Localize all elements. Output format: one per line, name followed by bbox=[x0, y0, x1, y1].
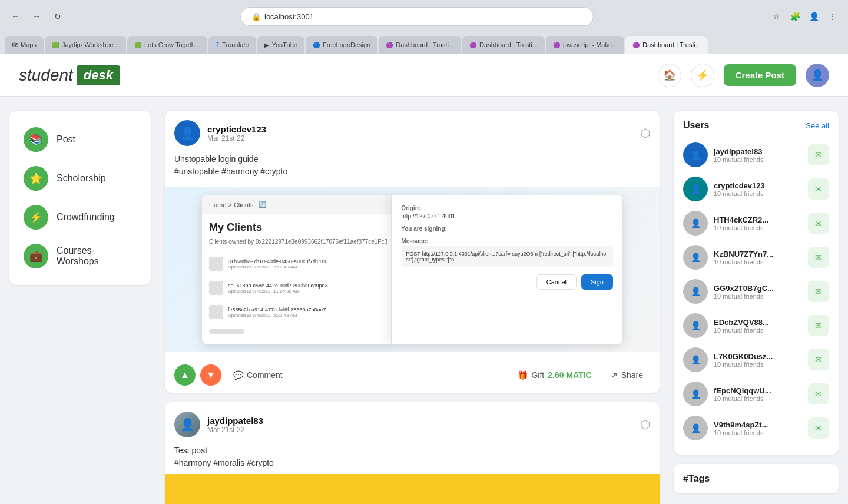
user-row-6: 👤 EDcbZVQV88... 10 mutual friends ✉ bbox=[683, 309, 829, 343]
extensions-icon[interactable]: 🧩 bbox=[787, 8, 803, 25]
downvote-button-1[interactable]: ▼ bbox=[200, 364, 221, 386]
user-mutual-3: 10 mutual friends bbox=[714, 224, 802, 231]
back-button[interactable]: ← bbox=[7, 8, 24, 25]
user-info-4: KzBNU7Z7Yn7... 10 mutual friends bbox=[714, 250, 802, 266]
mockup-breadcrumb: Home > Clients bbox=[209, 201, 254, 208]
profile-icon[interactable]: 👤 bbox=[806, 8, 822, 25]
tab-dashboard2[interactable]: 🟣Dashboard | Trusti... bbox=[462, 36, 545, 54]
menu-icon[interactable]: ⋮ bbox=[824, 8, 841, 25]
post-header-1: 👤 crypticdev123 Mar 21st 22 ⬡ bbox=[165, 111, 660, 146]
message-button-8[interactable]: ✉ bbox=[808, 383, 829, 404]
dialog-sign-button[interactable]: Sign bbox=[581, 274, 613, 290]
message-button-4[interactable]: ✉ bbox=[808, 247, 829, 268]
sidebar-item-label-scholarship: Scholorship bbox=[57, 173, 106, 184]
gift-icon-1: 🎁 bbox=[518, 370, 528, 380]
user-avatar-9: 👤 bbox=[683, 416, 708, 440]
user-profile-button[interactable]: 👤 bbox=[806, 64, 829, 87]
gift-amount-1: 2.60 MATIC bbox=[548, 370, 591, 380]
crowdfunding-icon: ⚡ bbox=[24, 205, 48, 230]
tab-letsgrow[interactable]: 🟩Lets Grow Togeth... bbox=[127, 36, 207, 54]
lightning-icon-button[interactable]: ⚡ bbox=[691, 64, 714, 87]
message-button-9[interactable]: ✉ bbox=[808, 417, 829, 439]
post-card-2: 👤 jaydippatel83 Mar 21st 22 ⬡ Test post … bbox=[165, 402, 660, 504]
post-date-2: Mar 21st 22 bbox=[207, 426, 263, 434]
sidebar-item-post[interactable]: 📚 Post bbox=[19, 120, 141, 159]
create-post-button[interactable]: Create Post bbox=[724, 64, 796, 86]
message-button-6[interactable]: ✉ bbox=[808, 315, 829, 336]
users-card: Users See all 👤 jaydippatel83 10 mutual … bbox=[674, 111, 839, 455]
url-text: localhost:3001 bbox=[264, 12, 314, 21]
user-row-2: 👤 crypticdev123 10 mutual friends ✉ bbox=[683, 172, 829, 206]
user-info-7: L7K0GK0Dusz... 10 mutual friends bbox=[714, 352, 802, 368]
dialog-origin-value: http://127.0.0.1:4001 bbox=[401, 213, 613, 220]
user-mutual-8: 10 mutual friends bbox=[714, 395, 802, 402]
sidebar-card: 📚 Post ⭐ Scholorship ⚡ Crowdfunding 💼 Co… bbox=[9, 111, 151, 285]
post-icon: 📚 bbox=[24, 127, 48, 152]
tab-maps[interactable]: 🗺Maps bbox=[5, 36, 44, 54]
share-label-1: Share bbox=[621, 370, 643, 380]
message-button-5[interactable]: ✉ bbox=[808, 281, 829, 302]
hex-menu-icon-1: ⬡ bbox=[640, 127, 650, 140]
post-user-info-1: 👤 crypticdev123 Mar 21st 22 bbox=[174, 120, 266, 146]
tags-title: #Tags bbox=[683, 473, 829, 484]
user-avatar-5: 👤 bbox=[683, 279, 708, 304]
share-button-1[interactable]: ↗ Share bbox=[604, 367, 650, 383]
post-content-1: Unstopable login guide #unstopable #harm… bbox=[165, 146, 660, 183]
users-header: Users See all bbox=[683, 120, 829, 131]
tab-freelogo[interactable]: 🔵FreeLogoDesign bbox=[306, 36, 377, 54]
post-text-2: Test post #harmony #moralis #crypto bbox=[174, 445, 650, 469]
tab-dashboard1[interactable]: 🟣Dashboard | Trusti... bbox=[379, 36, 461, 54]
user-info-8: fEpcNQIqqwU... 10 mutual friends bbox=[714, 386, 802, 402]
see-all-button[interactable]: See all bbox=[806, 121, 829, 130]
user-name-1: jaydippatel83 bbox=[714, 147, 802, 156]
post-content-2: Test post #harmony #moralis #crypto bbox=[165, 437, 660, 474]
sidebar: 📚 Post ⭐ Scholorship ⚡ Crowdfunding 💼 Co… bbox=[9, 111, 151, 504]
user-row-8: 👤 fEpcNQIqqwU... 10 mutual friends ✉ bbox=[683, 377, 829, 411]
user-row-1: 👤 jaydippatel83 10 mutual friends ✉ bbox=[683, 138, 829, 172]
user-avatar-1: 👤 bbox=[683, 142, 708, 167]
sidebar-item-crowdfunding[interactable]: ⚡ Crowdfunding bbox=[19, 198, 141, 237]
user-avatar-6: 👤 bbox=[683, 313, 708, 338]
tab-dashboard3[interactable]: 🟣Dashboard | Trusti... bbox=[625, 36, 708, 54]
feed: 👤 crypticdev123 Mar 21st 22 ⬡ Unstopable… bbox=[165, 111, 660, 504]
post-menu-button-1[interactable]: ⬡ bbox=[640, 126, 650, 140]
reload-button[interactable]: ↻ bbox=[49, 8, 66, 25]
user-mutual-1: 10 mutual friends bbox=[714, 156, 802, 163]
message-button-2[interactable]: ✉ bbox=[808, 178, 829, 200]
comment-button-1[interactable]: 💬 Comment bbox=[226, 367, 290, 383]
dialog-cancel-button[interactable]: Cancel bbox=[536, 274, 577, 290]
user-avatar-3: 👤 bbox=[683, 211, 708, 236]
post-menu-button-2[interactable]: ⬡ bbox=[640, 417, 650, 432]
tab-jaydip[interactable]: 🟩Jaydip- Workshee... bbox=[45, 36, 126, 54]
dialog-message-label: Message: bbox=[401, 238, 613, 244]
sidebar-item-courses[interactable]: 💼 Courses-Worshops bbox=[19, 237, 141, 276]
tab-youtube[interactable]: ▶YouTube bbox=[257, 36, 304, 54]
right-panel: Users See all 👤 jaydippatel83 10 mutual … bbox=[674, 111, 839, 504]
post-date-1: Mar 21st 22 bbox=[207, 134, 266, 142]
upvote-button-1[interactable]: ▲ bbox=[174, 364, 196, 386]
message-button-7[interactable]: ✉ bbox=[808, 349, 829, 370]
forward-button[interactable]: → bbox=[28, 8, 45, 25]
user-row-9: 👤 V9th9m4spZt... 10 mutual friends ✉ bbox=[683, 411, 829, 445]
bookmark-icon[interactable]: ☆ bbox=[768, 8, 784, 25]
post-username-1: crypticdev123 bbox=[207, 124, 266, 134]
app-logo: student desk bbox=[19, 65, 120, 85]
sidebar-item-scholarship[interactable]: ⭐ Scholorship bbox=[19, 159, 141, 198]
main-layout: 📚 Post ⭐ Scholorship ⚡ Crowdfunding 💼 Co… bbox=[0, 97, 848, 504]
user-row-4: 👤 KzBNU7Z7Yn7... 10 mutual friends ✉ bbox=[683, 240, 829, 274]
home-icon-button[interactable]: 🏠 bbox=[658, 64, 681, 87]
message-button-3[interactable]: ✉ bbox=[808, 213, 829, 234]
user-mutual-9: 10 mutual friends bbox=[714, 429, 802, 436]
hex-menu-icon-2: ⬡ bbox=[640, 418, 650, 431]
message-button-1[interactable]: ✉ bbox=[808, 144, 829, 165]
logo-desk-text: desk bbox=[77, 65, 120, 85]
user-mutual-2: 10 mutual friends bbox=[714, 190, 802, 197]
gift-button-1[interactable]: 🎁 Gift 2.60 MATIC bbox=[511, 367, 598, 383]
user-name-4: KzBNU7Z7Yn7... bbox=[714, 250, 802, 258]
address-bar[interactable]: 🔒 localhost:3001 bbox=[240, 7, 594, 26]
users-title: Users bbox=[683, 120, 709, 131]
sidebar-item-label-courses: Courses-Worshops bbox=[57, 246, 137, 267]
user-info-9: V9th9m4spZt... 10 mutual friends bbox=[714, 420, 802, 436]
tab-translate[interactable]: TTranslate bbox=[208, 36, 256, 54]
tab-javascript[interactable]: 🟣javascript - Make... bbox=[546, 36, 624, 54]
